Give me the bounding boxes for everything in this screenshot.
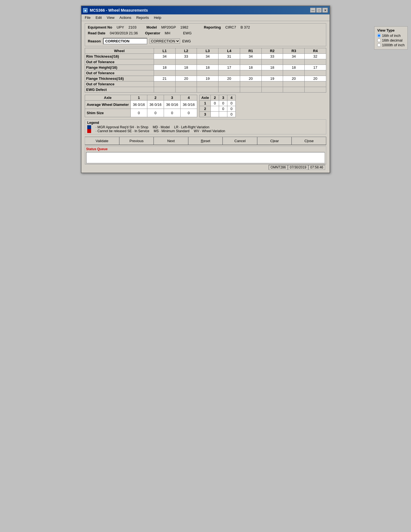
- menu-edit[interactable]: Edit: [94, 15, 103, 20]
- meas-cell-2-2[interactable]: 18: [197, 65, 219, 70]
- menu-help[interactable]: Help: [153, 15, 162, 20]
- reason-dropdown[interactable]: CORRECTION: [150, 39, 180, 44]
- meas-cell-1-5: [261, 59, 283, 65]
- reset-button[interactable]: Reset: [188, 137, 223, 145]
- equipment-no: UPY: [117, 25, 124, 29]
- window-title: MCS366 - Wheel Measurements: [90, 8, 148, 12]
- meas-cell-6-2: [197, 87, 219, 93]
- radio-16th-inch-input[interactable]: [377, 34, 381, 37]
- radio-16th-decimal[interactable]: 16th decimal: [377, 38, 405, 42]
- small-axle-col-label: Axle: [199, 95, 210, 101]
- axle-cell-1-2[interactable]: 0: [164, 109, 180, 117]
- axle-cell-0-1[interactable]: 36 0/16: [147, 101, 164, 109]
- meas-cell-0-7[interactable]: 32: [305, 54, 326, 59]
- meas-cell-2-0[interactable]: 18: [154, 65, 175, 70]
- menu-file[interactable]: File: [84, 15, 92, 20]
- col-r3: R3: [283, 48, 305, 54]
- meas-cell-5-2: [197, 81, 219, 87]
- menu-view[interactable]: View: [106, 15, 115, 20]
- axle-cell-1-0[interactable]: 0: [130, 109, 147, 117]
- meas-row-label-4: Flange Thickness(/16): [85, 76, 154, 81]
- legend-blue-icon: [87, 125, 91, 129]
- meas-cell-4-0[interactable]: 21: [154, 76, 175, 81]
- close-button[interactable]: ✕: [322, 8, 328, 13]
- axle-col-1: 1: [130, 95, 147, 101]
- meas-cell-4-7[interactable]: 20: [305, 76, 326, 81]
- col-l3: L3: [197, 48, 219, 54]
- meas-cell-4-6[interactable]: 20: [283, 76, 305, 81]
- menu-actions[interactable]: Actions: [118, 15, 132, 20]
- meas-cell-3-1: [175, 70, 197, 76]
- small-axle-cell-1-1[interactable]: 0: [219, 106, 227, 112]
- meas-cell-2-6[interactable]: 18: [283, 65, 305, 70]
- validate-button[interactable]: Validate: [85, 137, 119, 145]
- status-bar: OMNT286 07/30/2019 07:58:46: [85, 164, 326, 170]
- meas-cell-2-4[interactable]: 18: [240, 65, 261, 70]
- radio-1000th-inch[interactable]: 1000th of inch: [377, 43, 405, 47]
- meas-cell-0-6[interactable]: 34: [283, 54, 305, 59]
- small-axle-cell-0-1[interactable]: 0: [219, 101, 227, 106]
- meas-row-label-1: Out of Tolerance: [85, 59, 154, 65]
- small-axle-cell-0-0[interactable]: 0: [211, 101, 219, 106]
- meas-cell-4-1[interactable]: 20: [175, 76, 197, 81]
- meas-cell-3-7: [305, 70, 326, 76]
- reason-label: Reason: [88, 39, 101, 43]
- cancel-button[interactable]: Cancel: [223, 137, 257, 145]
- meas-cell-0-1[interactable]: 33: [175, 54, 197, 59]
- radio-16th-decimal-input[interactable]: [377, 39, 381, 42]
- axle-cell-0-0[interactable]: 36 0/16: [130, 101, 147, 109]
- minimize-button[interactable]: —: [310, 8, 316, 13]
- radio-1000th-inch-label: 1000th of inch: [382, 43, 405, 47]
- axle-cell-1-1[interactable]: 0: [147, 109, 164, 117]
- small-axle-row-2: 3: [199, 112, 210, 117]
- next-button[interactable]: Next: [154, 137, 188, 145]
- meas-cell-0-3[interactable]: 31: [219, 54, 240, 59]
- col-r1: R1: [240, 48, 261, 54]
- reporting-b: B 372: [240, 25, 250, 29]
- radio-1000th-inch-input[interactable]: [377, 43, 381, 47]
- small-axle-cell-2-2[interactable]: 0: [227, 112, 236, 117]
- radio-16th-decimal-label: 16th decimal: [382, 38, 402, 42]
- close-button[interactable]: Close: [292, 137, 326, 145]
- meas-cell-5-1: [175, 81, 197, 87]
- axle-cell-1-3[interactable]: 0: [180, 109, 197, 117]
- meas-cell-0-4[interactable]: 34: [240, 54, 261, 59]
- meas-cell-6-0: [154, 87, 175, 93]
- meas-cell-0-0[interactable]: 34: [154, 54, 175, 59]
- axle-cell-0-2[interactable]: 36 0/16: [164, 101, 180, 109]
- previous-button[interactable]: Previous: [119, 137, 154, 145]
- meas-cell-4-5[interactable]: 19: [261, 76, 283, 81]
- meas-cell-4-3[interactable]: 20: [219, 76, 240, 81]
- meas-cell-0-2[interactable]: 34: [197, 54, 219, 59]
- meas-cell-5-0: [154, 81, 175, 87]
- radio-16th-inch[interactable]: 16th of inch: [377, 34, 405, 38]
- legend-md: MD · Model: [153, 125, 169, 129]
- small-axle-cell-1-2[interactable]: 0: [227, 106, 236, 112]
- meas-row-label-0: Rim Thickness(/16): [85, 54, 154, 59]
- meas-cell-5-5: [261, 81, 283, 87]
- ewg-value: EWG: [183, 31, 192, 35]
- small-axle-cell-0-2[interactable]: 0: [227, 101, 236, 106]
- small-axle-col-3: 3: [219, 95, 227, 101]
- maximize-button[interactable]: □: [316, 8, 322, 13]
- reason-input[interactable]: CORRECTION: [103, 38, 147, 44]
- axle-section: Axle 1 2 3 4 Average Wheel Diameter36 0/…: [85, 95, 326, 117]
- main-window: ■ MCS366 - Wheel Measurements — □ ✕ File…: [81, 6, 330, 173]
- meas-cell-4-4[interactable]: 20: [240, 76, 261, 81]
- reason-row: Reason CORRECTION CORRECTION EWG: [88, 38, 191, 44]
- meas-cell-2-5[interactable]: 18: [261, 65, 283, 70]
- menu-reports[interactable]: Reports: [135, 15, 150, 20]
- meas-cell-2-3[interactable]: 17: [219, 65, 240, 70]
- equipment-id: 2103: [129, 25, 137, 29]
- measurements-table: Wheel L1 L2 L3 L4 R1 R2 R3 R4 Rim Thickn…: [85, 48, 326, 93]
- meas-cell-3-2: [197, 70, 219, 76]
- meas-cell-2-1[interactable]: 18: [175, 65, 197, 70]
- meas-cell-4-2[interactable]: 19: [197, 76, 219, 81]
- axle-cell-0-3[interactable]: 36 0/16: [180, 101, 197, 109]
- meas-cell-0-5[interactable]: 33: [261, 54, 283, 59]
- clear-button[interactable]: Clear: [257, 137, 292, 145]
- view-type-title: View Type: [377, 28, 405, 32]
- menu-bar: File Edit View Actions Reports Help: [81, 14, 330, 21]
- meas-cell-2-7[interactable]: 17: [305, 65, 326, 70]
- meas-row-label-6: EWG Defect: [85, 87, 154, 93]
